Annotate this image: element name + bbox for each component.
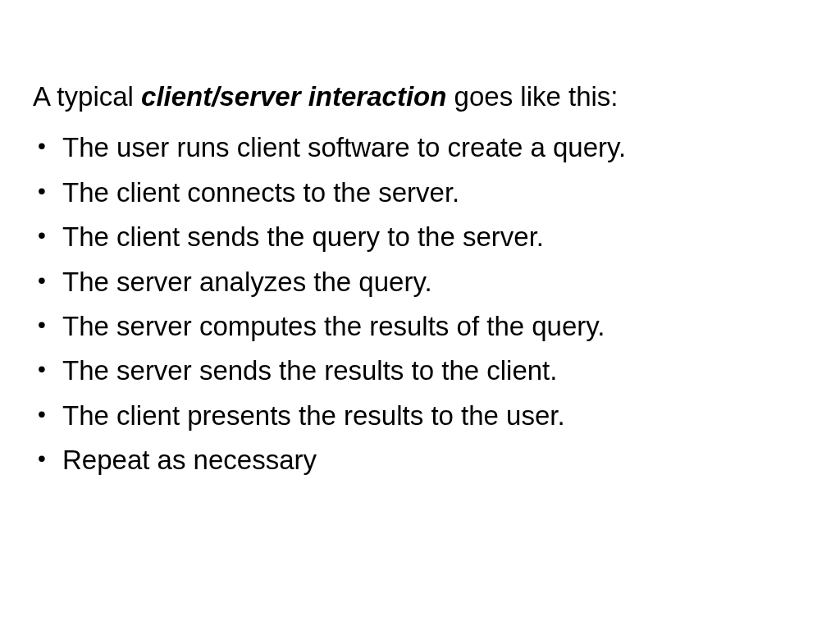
intro-emphasis: client/server interaction bbox=[141, 81, 446, 112]
list-item: The client presents the results to the u… bbox=[62, 394, 807, 438]
list-item: Repeat as necessary bbox=[62, 438, 807, 482]
intro-prefix: A typical bbox=[33, 81, 141, 112]
list-item: The server computes the results of the q… bbox=[62, 304, 807, 349]
list-item: The client sends the query to the server… bbox=[62, 215, 807, 259]
list-item: The server sends the results to the clie… bbox=[62, 349, 807, 393]
list-item: The user runs client software to create … bbox=[62, 126, 807, 170]
intro-suffix: goes like this: bbox=[446, 81, 618, 112]
list-item: The client connects to the server. bbox=[62, 171, 807, 215]
bullet-list: The user runs client software to create … bbox=[33, 126, 807, 483]
intro-text: A typical client/server interaction goes… bbox=[33, 78, 807, 116]
list-item: The server analyzes the query. bbox=[62, 260, 807, 304]
